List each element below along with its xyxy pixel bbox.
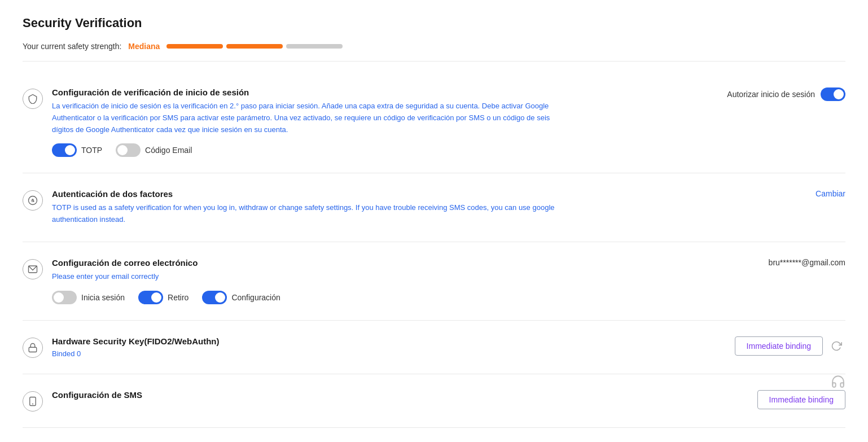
strength-bar-2: [226, 44, 283, 49]
toggle-item-login-email: Inicia sesión: [52, 291, 125, 304]
email-config-desc: Please enter your email correctly: [52, 271, 560, 283]
toggle-item-totp: TOTP: [52, 143, 102, 157]
binded-label: Binded 0: [52, 349, 724, 358]
inicia-sesion-label: Inicia sesión: [81, 293, 125, 302]
safety-value: Mediana: [128, 42, 160, 51]
toggle-item-retiro: Retiro: [138, 291, 188, 304]
section-right-email: bru*******@gmail.com: [769, 258, 845, 267]
phone-icon: [23, 391, 43, 412]
safety-label: Your current safety strength:: [23, 42, 121, 51]
section-content-hardware: Hardware Security Key(FIDO2/WebAuthn) Bi…: [52, 336, 724, 358]
hardware-immediate-binding-button[interactable]: Immediate binding: [735, 336, 823, 356]
two-factor-title: Autenticación de dos factores: [52, 189, 804, 199]
section-header-hardware: Hardware Security Key(FIDO2/WebAuthn) Bi…: [23, 336, 845, 358]
lock-icon: [23, 338, 43, 358]
section-right-2fa: Cambiar: [816, 189, 845, 198]
sms-config-title: Configuración de SMS: [52, 390, 746, 400]
svg-rect-4: [29, 347, 37, 352]
section-header-sms: Configuración de SMS Immediate binding: [23, 390, 845, 412]
shield-icon: [23, 89, 43, 109]
strength-bars: [166, 44, 343, 49]
email-icon: [23, 259, 43, 279]
retiro-toggle[interactable]: [138, 291, 163, 304]
section-right-hardware: Immediate binding: [735, 336, 845, 356]
page-title: Security Verification: [23, 16, 845, 30]
section-hardware-key: Hardware Security Key(FIDO2/WebAuthn) Bi…: [23, 321, 845, 374]
page-container: Security Verification Your current safet…: [0, 0, 868, 442]
section-left-2fa: G Autenticación de dos factores TOTP is …: [23, 189, 804, 226]
section-two-factor: G Autenticación de dos factores TOTP is …: [23, 173, 845, 242]
section-content-email: Configuración de correo electrónico Plea…: [52, 258, 757, 304]
section-left-email: Configuración de correo electrónico Plea…: [23, 258, 757, 304]
section-left-hardware: Hardware Security Key(FIDO2/WebAuthn) Bi…: [23, 336, 724, 358]
safety-strength-row: Your current safety strength: Mediana: [23, 42, 845, 62]
totp-label: TOTP: [81, 146, 102, 155]
authorize-login-label: Autorizar inicio de sesión: [727, 90, 815, 99]
email-display: bru*******@gmail.com: [769, 258, 845, 267]
configuracion-toggle[interactable]: [202, 291, 227, 304]
toggle-item-configuracion: Configuración: [202, 291, 280, 304]
email-toggles-row: Inicia sesión Retiro: [52, 291, 757, 304]
section-right-login: Autorizar inicio de sesión: [727, 87, 845, 101]
two-factor-desc: TOTP is used as a safety verification fo…: [52, 202, 560, 226]
section-content-2fa: Autenticación de dos factores TOTP is us…: [52, 189, 804, 226]
headset-icon-wrap[interactable]: [831, 374, 845, 391]
retiro-label: Retiro: [168, 293, 188, 302]
section-header-2fa: G Autenticación de dos factores TOTP is …: [23, 189, 845, 226]
section-content-sms: Configuración de SMS: [52, 390, 746, 403]
login-email-toggle[interactable]: [52, 291, 77, 304]
section-email-config: Configuración de correo electrónico Plea…: [23, 242, 845, 321]
email-code-label: Código Email: [145, 146, 192, 155]
sms-immediate-binding-button[interactable]: Immediate binding: [757, 390, 845, 409]
section-login-verification: Configuración de verificación de inicio …: [23, 72, 845, 173]
strength-bar-3: [286, 44, 343, 49]
section-content-login: Configuración de verificación de inicio …: [52, 87, 716, 157]
svg-text:G: G: [31, 198, 34, 203]
email-code-toggle[interactable]: [116, 143, 141, 157]
section-right-sms: Immediate binding: [757, 390, 845, 409]
section-header: Configuración de verificación de inicio …: [23, 87, 845, 157]
strength-bar-1: [166, 44, 223, 49]
configuracion-label: Configuración: [231, 293, 280, 302]
email-config-title: Configuración de correo electrónico: [52, 258, 757, 268]
section-left-sms: Configuración de SMS: [23, 390, 746, 412]
cambiar-link[interactable]: Cambiar: [816, 189, 845, 198]
hardware-key-title: Hardware Security Key(FIDO2/WebAuthn): [52, 336, 724, 346]
login-verification-desc: La verificación de inicio de sesión es l…: [52, 100, 560, 135]
google-icon: G: [23, 190, 43, 211]
refresh-icon[interactable]: [827, 337, 845, 355]
section-header-email: Configuración de correo electrónico Plea…: [23, 258, 845, 304]
authorize-login-toggle[interactable]: [821, 87, 845, 101]
toggle-item-email-code: Código Email: [116, 143, 192, 157]
login-toggles-row: TOTP Código Email: [52, 143, 716, 157]
section-left: Configuración de verificación de inicio …: [23, 87, 716, 157]
totp-toggle[interactable]: [52, 143, 77, 157]
section-sms-config: Configuración de SMS Immediate binding: [23, 374, 845, 428]
login-verification-title: Configuración de verificación de inicio …: [52, 87, 716, 97]
